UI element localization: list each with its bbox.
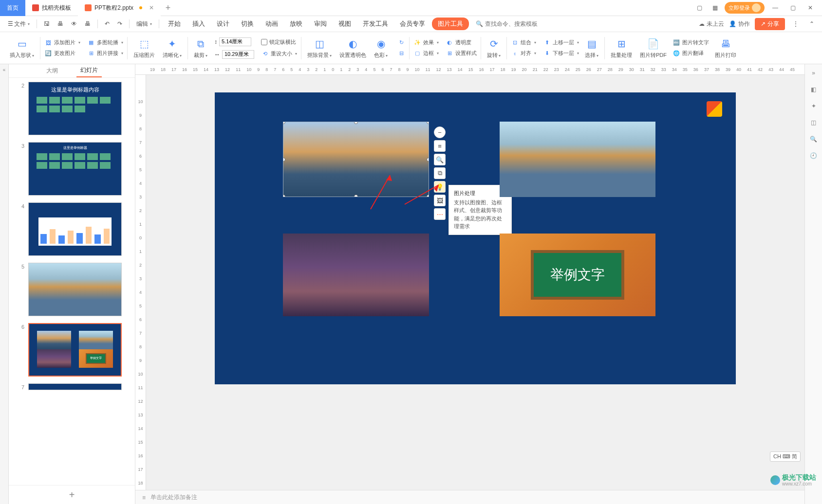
print-icon[interactable]: 🖶 bbox=[55, 18, 66, 29]
search-box[interactable]: 🔍 bbox=[476, 20, 553, 27]
save-icon[interactable]: 🖫 bbox=[41, 18, 53, 29]
maximize-button[interactable]: ▢ bbox=[786, 2, 800, 14]
group-button[interactable]: ⊡组合▾ bbox=[509, 38, 538, 48]
tab-view[interactable]: 视图 bbox=[334, 17, 356, 31]
image-lake[interactable] bbox=[500, 122, 655, 197]
float-replace-icon[interactable]: 🖼 bbox=[434, 195, 446, 206]
thumb-5[interactable]: 5 bbox=[17, 263, 127, 316]
image-board[interactable]: 举例文字 bbox=[500, 234, 655, 316]
thumb-list[interactable]: 2 这里是举例标题内容 3 这里是举例标题 4 5 6 举例文字 7 bbox=[9, 78, 135, 485]
tab-file[interactable]: PPT教程2.pptx ✕ bbox=[78, 0, 161, 16]
rotate-button[interactable]: ⟳ 旋转▾ bbox=[483, 32, 504, 64]
thumb-4[interactable]: 4 bbox=[17, 202, 127, 256]
height-input[interactable] bbox=[219, 37, 251, 46]
notes-placeholder[interactable]: 单击此处添加备注 bbox=[150, 493, 197, 502]
select-button[interactable]: ▤ 选择▾ bbox=[581, 32, 602, 64]
tab-templates[interactable]: 找稻壳模板 bbox=[25, 0, 78, 16]
right-anim-icon[interactable]: ✦ bbox=[809, 101, 819, 111]
tab-review[interactable]: 审阅 bbox=[309, 17, 332, 31]
float-zoom-icon[interactable]: 🔍 bbox=[434, 154, 446, 165]
tab-slides[interactable]: 幻灯片 bbox=[76, 64, 102, 77]
thumb-7[interactable]: 7 bbox=[17, 383, 127, 390]
handle-n[interactable] bbox=[354, 122, 358, 124]
add-slide-button[interactable]: + bbox=[9, 485, 135, 504]
tab-vip[interactable]: 会员专享 bbox=[395, 17, 430, 31]
collapse-ribbon-icon[interactable]: ⌃ bbox=[806, 18, 817, 29]
transparency-button[interactable]: ◐透明度 bbox=[444, 38, 479, 48]
layout-icon[interactable]: ▢ bbox=[693, 2, 705, 14]
login-button[interactable]: 立即登录 bbox=[725, 2, 765, 14]
menu-button[interactable]: ☰ 文件▾ bbox=[5, 18, 33, 30]
float-process-icon[interactable]: 💡 bbox=[434, 181, 446, 193]
handle-w[interactable] bbox=[283, 158, 285, 162]
apps-icon[interactable]: ▦ bbox=[709, 2, 721, 14]
close-icon[interactable]: ✕ bbox=[149, 4, 154, 11]
reset-pic-button2[interactable]: ⊟ bbox=[395, 49, 407, 58]
lock-ratio-checkbox[interactable]: 锁定纵横比 bbox=[259, 37, 299, 47]
more-icon[interactable]: ⋮ bbox=[790, 18, 802, 29]
tab-start[interactable]: 开始 bbox=[163, 17, 186, 31]
handle-se[interactable] bbox=[427, 195, 429, 197]
tab-animation[interactable]: 动画 bbox=[261, 17, 283, 31]
reset-size-button[interactable]: ⟲重设大小▾ bbox=[259, 49, 299, 58]
undo-icon[interactable]: ↶ bbox=[102, 18, 112, 29]
down-layer-button[interactable]: ⬇下移一层▾ bbox=[541, 49, 581, 58]
float-layers-icon[interactable]: ≡ bbox=[434, 140, 446, 152]
tab-outline[interactable]: 大纲 bbox=[42, 65, 62, 77]
handle-nw[interactable] bbox=[283, 122, 285, 124]
width-input[interactable] bbox=[222, 50, 254, 59]
crop-button[interactable]: ⧉ 裁剪▾ bbox=[190, 32, 211, 64]
tab-picture-tools[interactable]: 图片工具 bbox=[432, 18, 469, 30]
thumb-2[interactable]: 2 这里是举例标题内容 bbox=[17, 82, 127, 135]
handle-ne[interactable] bbox=[427, 122, 429, 124]
right-time-icon[interactable]: 🕘 bbox=[809, 151, 819, 161]
notes-bar[interactable]: ≡ 单击此处添加备注 bbox=[135, 490, 804, 504]
image-mountain-selected[interactable] bbox=[283, 122, 429, 197]
slide[interactable]: − ≡ 🔍 ⧉ 💡 🖼 ⋯ 图片处理 支持以图搜图、边框样式、创意裁剪等功能，满… bbox=[215, 92, 736, 384]
tab-design[interactable]: 设计 bbox=[212, 17, 234, 31]
pic-print-button[interactable]: 🖶图片打印 bbox=[711, 32, 740, 64]
tab-insert[interactable]: 插入 bbox=[187, 17, 210, 31]
handle-s[interactable] bbox=[354, 195, 358, 197]
sharpen-button[interactable]: ✦ 清晰化▾ bbox=[159, 32, 186, 64]
align-button[interactable]: ⫞对齐▾ bbox=[509, 49, 538, 58]
right-expand-icon[interactable]: » bbox=[809, 68, 819, 78]
tab-add[interactable]: + bbox=[161, 3, 175, 13]
coop-button[interactable]: 👤协作 bbox=[729, 20, 750, 28]
effect-button[interactable]: ✨效果▾ bbox=[411, 38, 441, 48]
tab-home[interactable]: 首页 bbox=[0, 0, 25, 16]
set-trans-button[interactable]: ◐ 设置透明色 bbox=[336, 32, 370, 64]
minimize-button[interactable]: — bbox=[768, 2, 782, 14]
redo-icon[interactable]: ↷ bbox=[114, 18, 125, 29]
tab-slideshow[interactable]: 放映 bbox=[285, 17, 307, 31]
tab-dev[interactable]: 开发工具 bbox=[358, 17, 393, 31]
float-more-icon[interactable]: ⋯ bbox=[434, 208, 446, 220]
canvas[interactable]: − ≡ 🔍 ⧉ 💡 🖼 ⋯ 图片处理 支持以图搜图、边框样式、创意裁剪等功能，满… bbox=[146, 75, 804, 490]
right-search-icon[interactable]: 🔍 bbox=[809, 134, 819, 144]
pic-translate-button[interactable]: 🌐图片翻译 bbox=[671, 49, 711, 58]
float-crop-icon[interactable]: ⧉ bbox=[434, 167, 446, 179]
search-input[interactable] bbox=[485, 20, 553, 27]
export-icon[interactable]: 🖶 bbox=[82, 18, 93, 29]
up-layer-button[interactable]: ⬆上移一层▾ bbox=[541, 38, 581, 48]
handle-e[interactable] bbox=[427, 158, 429, 162]
compress-button[interactable]: ⬚ 压缩图片 bbox=[130, 32, 159, 64]
pic2pdf-button[interactable]: 📄图片转PDF bbox=[636, 32, 671, 64]
reset-pic-button[interactable]: ↻ bbox=[395, 38, 407, 48]
cloud-status[interactable]: ☁未上云 bbox=[699, 20, 724, 28]
preview-icon[interactable]: 👁 bbox=[68, 18, 80, 29]
change-picture-button[interactable]: 🔄更改图片 bbox=[42, 49, 82, 58]
edit-menu[interactable]: 编辑▾ bbox=[133, 18, 155, 30]
handle-sw[interactable] bbox=[283, 195, 285, 197]
thumb-6[interactable]: 6 举例文字 bbox=[17, 323, 127, 377]
pic-join-button[interactable]: ⊞图片拼接▾ bbox=[85, 49, 125, 58]
thumb-3[interactable]: 3 这里是举例标题 bbox=[17, 142, 127, 196]
border-button[interactable]: ▢边框▾ bbox=[411, 49, 441, 58]
right-design-icon[interactable]: ◧ bbox=[809, 85, 819, 94]
pic2text-button[interactable]: 🔤图片转文字 bbox=[671, 38, 711, 48]
batch-button[interactable]: ⊞批量处理 bbox=[607, 32, 636, 64]
close-button[interactable]: ✕ bbox=[803, 2, 817, 14]
color-button[interactable]: ◉ 色彩▾ bbox=[370, 32, 392, 64]
set-style-button[interactable]: ⊞设置样式 bbox=[444, 49, 479, 58]
share-button[interactable]: ↗分享 bbox=[755, 18, 785, 30]
